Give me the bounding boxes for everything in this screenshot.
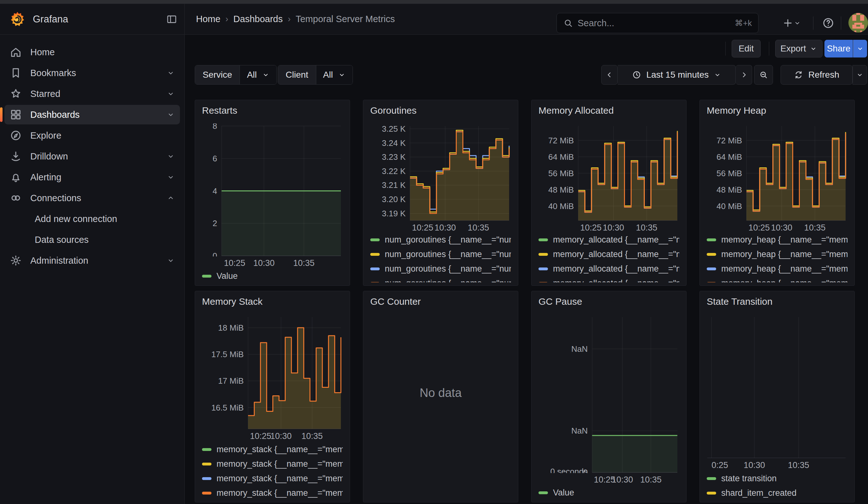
sidebar-item-home[interactable]: Home: [4, 42, 180, 62]
x-axis-labels: 10:2510:3010:35: [221, 256, 341, 267]
share-dropdown-button[interactable]: [853, 40, 867, 58]
refresh-button[interactable]: Refresh: [781, 65, 852, 85]
window-top-strip: [0, 0, 868, 4]
legend-label: num_goroutines {__name__="num_go: [385, 264, 511, 274]
x-axis-tick-label: 10:25: [580, 223, 602, 233]
legend-label: state transition: [721, 474, 777, 483]
dashboards-grid-icon: [9, 108, 22, 121]
chevron-down-icon: [262, 71, 270, 79]
time-range-picker[interactable]: Last 15 minutes: [618, 65, 736, 85]
legend-label: shard_item_created: [721, 488, 797, 498]
sidebar-item-starred[interactable]: Starred: [4, 84, 180, 104]
sidebar-item-alerting[interactable]: Alerting: [4, 167, 180, 187]
brand-area: Grafana: [0, 4, 185, 34]
time-range-back-button[interactable]: [601, 65, 618, 85]
legend-item[interactable]: memory_allocated {__name__="memo: [538, 276, 679, 282]
legend-item[interactable]: memory_heap {__name__="memory_h: [707, 233, 847, 247]
service-filter-value[interactable]: All: [240, 65, 276, 84]
time-range-forward-button[interactable]: [736, 65, 752, 85]
edit-button[interactable]: Edit: [732, 40, 761, 58]
svg-text:8: 8: [213, 123, 217, 131]
breadcrumb-home[interactable]: Home: [196, 14, 220, 24]
gc-pause-chart: NaNNaN00 seconds: [538, 315, 679, 473]
legend-item[interactable]: memory_stack {__name__="memory_s: [202, 457, 343, 472]
panel-title[interactable]: GC Pause: [538, 296, 679, 307]
add-new-button[interactable]: [782, 12, 801, 34]
client-filter: Client All: [278, 65, 353, 85]
legend-swatch: [370, 282, 380, 282]
panel-title[interactable]: Memory Allocated: [538, 105, 679, 116]
sidebar-item-dashboards[interactable]: Dashboards: [4, 105, 180, 124]
legend-item[interactable]: memory_stack {__name__="memory_s: [202, 442, 343, 457]
x-axis-tick-label: 10:25: [224, 258, 246, 268]
legend-item[interactable]: memory_allocated {__name__="memo: [538, 262, 679, 276]
legend-item[interactable]: num_goroutines {__name__="num_go: [370, 276, 511, 282]
panel-title[interactable]: State Transition: [707, 296, 847, 307]
svg-text:NaN: NaN: [571, 344, 588, 354]
legend-item[interactable]: Value: [538, 485, 679, 499]
x-axis-labels: 10:2510:3010:35: [746, 221, 846, 232]
chevron-down-icon: [167, 256, 175, 265]
legend-swatch: [202, 448, 211, 451]
chevron-down-icon: [809, 45, 817, 52]
share-button[interactable]: Share: [825, 40, 853, 58]
sidebar-item-bookmarks[interactable]: Bookmarks: [4, 63, 180, 83]
legend-item[interactable]: num_goroutines {__name__="num_go: [370, 247, 511, 262]
zoom-out-button[interactable]: [754, 65, 773, 85]
legend-swatch: [538, 491, 548, 494]
export-button[interactable]: Export: [775, 40, 823, 58]
client-filter-value[interactable]: All: [316, 65, 353, 84]
legend-item[interactable]: shard_item_created: [707, 486, 847, 499]
sidebar-item-label: Data sources: [35, 235, 89, 245]
zoom-out-icon: [759, 70, 768, 80]
avatar[interactable]: [848, 13, 868, 32]
legend-swatch: [202, 492, 211, 495]
legend-item[interactable]: Value: [202, 269, 343, 282]
legend-item[interactable]: memory_allocated {__name__="memo: [538, 233, 679, 247]
sidebar-item-data-sources[interactable]: Data sources: [4, 230, 180, 249]
svg-text:0: 0: [213, 251, 217, 256]
legend-item[interactable]: memory_stack {__name__="memory_s: [202, 472, 343, 486]
x-axis-labels: 0:2510:3010:35: [707, 459, 846, 470]
legend-label: memory_allocated {__name__="memo: [553, 249, 679, 259]
legend-item[interactable]: memory_heap {__name__="memory_h: [707, 262, 847, 276]
breadcrumb-dashboards[interactable]: Dashboards: [233, 14, 282, 24]
legend-item[interactable]: num_goroutines {__name__="num_go: [370, 233, 511, 247]
legend-label: memory_heap {__name__="memory_h: [721, 249, 847, 259]
panel-title[interactable]: GC Counter: [370, 296, 511, 307]
legend-item[interactable]: memory_stack {__name__="memory_s: [202, 486, 343, 499]
legend-item[interactable]: state transition: [707, 471, 847, 486]
sidebar-item-label: Connections: [30, 193, 81, 203]
svg-text:16.5 MiB: 16.5 MiB: [211, 403, 244, 412]
sidebar-item-explore[interactable]: Explore: [4, 126, 180, 145]
legend-item[interactable]: memory_allocated {__name__="memo: [538, 247, 679, 262]
dock-sidebar-toggle-icon[interactable]: [166, 13, 177, 25]
panel-title[interactable]: Memory Heap: [707, 105, 847, 116]
active-accent-bar: [0, 107, 2, 122]
x-axis-tick-label: 10:35: [788, 460, 809, 470]
sidebar-item-drilldown[interactable]: Drilldown: [4, 146, 180, 166]
search-input[interactable]: [578, 18, 735, 28]
legend-item[interactable]: memory_heap {__name__="memory_h: [707, 247, 847, 262]
client-filter-label: Client: [278, 65, 316, 84]
gear-icon: [9, 254, 22, 267]
no-data-message: No data: [363, 386, 518, 400]
help-button[interactable]: [822, 12, 835, 34]
panel-title[interactable]: Goroutines: [370, 105, 511, 116]
app-header: Grafana Home › Dashboards › Temporal Ser…: [0, 4, 868, 35]
refresh-interval-dropdown[interactable]: [852, 65, 867, 85]
x-axis-labels: 10:2510:3010:35: [592, 473, 678, 484]
legend-label: memory_stack {__name__="memory_s: [217, 488, 343, 498]
panel-title[interactable]: Restarts: [202, 105, 343, 116]
sidebar-item-administration[interactable]: Administration: [4, 251, 180, 270]
panel-title[interactable]: Memory Stack: [202, 296, 343, 307]
sidebar-item-add-new-connection[interactable]: Add new connection: [4, 209, 180, 229]
legend-item[interactable]: num_goroutines {__name__="num_go: [370, 262, 511, 276]
sidebar-item-connections[interactable]: Connections: [4, 188, 180, 208]
chevron-down-icon: [167, 69, 175, 77]
search-box[interactable]: ⌘+k: [557, 13, 758, 33]
x-axis-tick-label: 10:30: [612, 475, 633, 485]
chevron-down-icon: [856, 45, 864, 52]
chevron-right-icon: [740, 71, 748, 79]
legend-item[interactable]: memory_heap {__name__="memory_h: [707, 276, 847, 282]
